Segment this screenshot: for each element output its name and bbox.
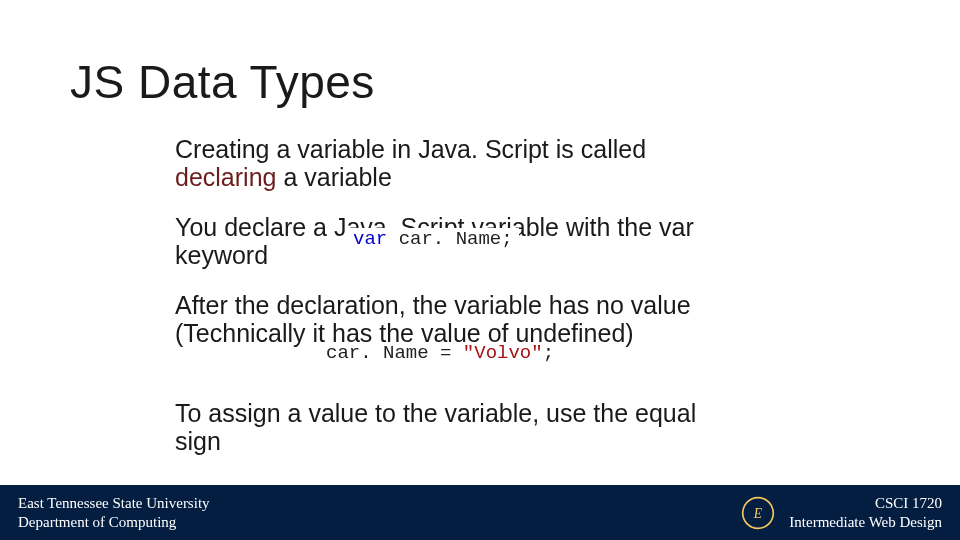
footer-course-name: Intermediate Web Design — [789, 513, 942, 532]
code-snippet-2: car. Name = "Volvo"; — [320, 342, 560, 364]
slide-title: JS Data Types — [70, 55, 375, 109]
footer-right: CSCI 1720 Intermediate Web Design — [789, 494, 942, 532]
code-semicolon: ; — [501, 228, 512, 250]
svg-text:E: E — [753, 506, 763, 521]
footer-left: East Tennessee State University Departme… — [18, 494, 210, 532]
footer-course-code: CSCI 1720 — [789, 494, 942, 513]
code-string-volvo: "Volvo" — [463, 342, 543, 364]
slide-content: Creating a variable in Java. Script is c… — [175, 135, 735, 477]
slide-footer: East Tennessee State University Departme… — [0, 485, 960, 540]
paragraph-3: After the declaration, the variable has … — [175, 291, 735, 347]
paragraph-4: To assign a value to the variable, use t… — [175, 399, 735, 455]
footer-department: Department of Computing — [18, 513, 210, 532]
declaring-word: declaring — [175, 163, 276, 191]
footer-university: East Tennessee State University — [18, 494, 210, 513]
code-snippet-1: var car. Name; — [347, 228, 519, 250]
paragraph-1: Creating a variable in Java. Script is c… — [175, 135, 735, 191]
code-semicolon-2: ; — [543, 342, 554, 364]
etsu-logo-icon: E — [741, 496, 775, 530]
code-identifier: car. Name — [399, 228, 502, 250]
para1-text-c: a variable — [276, 163, 391, 191]
slide: JS Data Types Creating a variable in Jav… — [0, 0, 960, 540]
code-identifier-2: car. Name — [326, 342, 429, 364]
code-equals: = — [429, 342, 463, 364]
code-keyword-var: var — [353, 228, 387, 250]
para1-text-a: Creating a variable in Java. Script is c… — [175, 135, 646, 163]
